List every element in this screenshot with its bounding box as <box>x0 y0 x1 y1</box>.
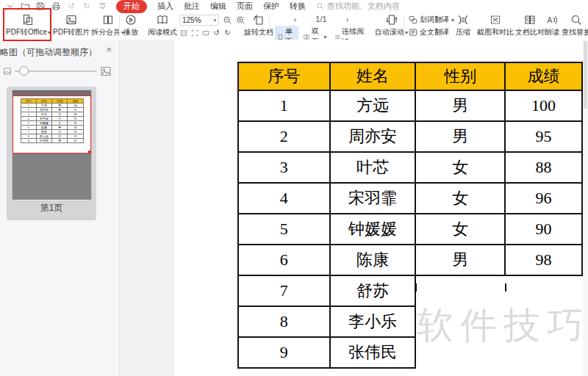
score-table: 序号姓名性别成绩1方远男1002周亦安男953叶芯女884宋羽霏女965钟媛媛女… <box>237 62 583 369</box>
table-cell <box>415 306 505 337</box>
word-translate-button[interactable]: 划词翻译▾ <box>409 15 456 25</box>
table-cell: 男 <box>52 139 68 143</box>
fit-width-icon[interactable] <box>201 29 209 37</box>
page-thumbnail[interactable]: 序号姓名性别成绩1方远男1002周亦安男953叶芯女884宋羽霏女965钟媛媛女… <box>7 87 96 220</box>
quick-access-toolbar: ↺ ↻ <box>4 1 107 11</box>
full-translate-label: 全文翻译 <box>420 27 449 37</box>
menu-tab-3[interactable]: 批注 <box>184 1 200 12</box>
small-image-icon <box>3 67 12 76</box>
thumbnail-table: 序号姓名性别成绩1方远男1002周亦安男953叶芯女884宋羽霏女965钟媛媛女… <box>21 98 84 143</box>
thumbnail-panel: 缩略图（可拖动调整顺序） × 序号姓名性别成绩1方远男1002周亦安男953叶芯… <box>0 40 120 376</box>
rotate-left-icon[interactable]: ↺ <box>212 29 220 37</box>
search-box[interactable]: 查找功能、文档内容 <box>316 1 400 12</box>
compress-icon <box>457 14 469 26</box>
table-cell: 张伟民 <box>330 337 416 368</box>
table-cell: 女 <box>415 152 505 183</box>
table-cell: 98 <box>505 245 582 275</box>
table-cell: 李小乐 <box>330 306 416 337</box>
table-border-stub <box>415 283 417 292</box>
rotate-doc-icon <box>253 14 265 26</box>
menu-tab-7[interactable]: 转换 <box>290 1 306 12</box>
table-cell: 8 <box>238 306 330 337</box>
menu-bar: ↺ ↻ 开始插入批注编辑页面保护转换 查找功能、文档内容 <box>0 0 588 12</box>
toolbar-separator <box>404 16 404 37</box>
doc-compare-icon <box>524 14 536 26</box>
table-cell: 男 <box>415 121 505 152</box>
zoom-out-icon[interactable] <box>223 15 232 25</box>
thumbnail-table-region: 序号姓名性别成绩1方远男1002周亦安男953叶芯女884宋羽霏女965钟媛媛女… <box>12 95 91 153</box>
table-cell: 88 <box>505 152 582 183</box>
read-mode-label: 阅读模式 <box>148 27 177 37</box>
table-row: 1方远男100 <box>238 90 582 121</box>
table-cell: 男 <box>415 90 505 121</box>
table-cell: 2 <box>238 121 330 152</box>
collapse-ribbon-icon[interactable] <box>4 1 15 11</box>
actual-size-icon[interactable] <box>179 29 187 37</box>
table-cell <box>505 337 582 368</box>
read-aloud-button[interactable]: A 朗读 <box>545 14 559 37</box>
close-icon[interactable]: × <box>106 45 112 54</box>
compress-button[interactable]: 压缩 <box>456 14 470 37</box>
table-cell: 100 <box>505 90 582 121</box>
table-row: 5钟媛媛女90 <box>238 214 582 245</box>
save-icon[interactable] <box>35 1 46 11</box>
doc-compare-button[interactable]: 文档比对 <box>515 14 545 37</box>
thumbnail-selection-handle <box>88 151 91 153</box>
table-cell: 9 <box>238 337 330 368</box>
redo-icon[interactable]: ↻ <box>82 1 92 11</box>
auto-scroll-label: 自动滚动 <box>375 27 404 37</box>
dropdown-arrow-icon: ▾ <box>48 29 51 36</box>
table-row: 7舒苏 <box>238 275 582 306</box>
dropdown-arrow-icon: ▾ <box>451 17 454 24</box>
zoom-level-select[interactable]: 125% ▾ <box>179 15 219 26</box>
table-row: 9张伟民 <box>238 337 582 368</box>
pdf-to-image-button[interactable]: PDF转图片 <box>53 14 90 37</box>
pdf-page[interactable]: 软件技巧 序号姓名性别成绩1方远男1002周亦安男953叶芯女884宋羽霏女96… <box>174 40 583 376</box>
open-folder-icon[interactable] <box>20 1 30 11</box>
table-header-cell: 性别 <box>415 62 505 90</box>
play-button[interactable]: 播放 <box>123 14 138 37</box>
menu-tab-1[interactable]: 开始 <box>116 0 147 13</box>
thumbnail-panel-title: 缩略图（可拖动调整顺序） <box>0 46 97 59</box>
word-translate-icon <box>409 15 417 24</box>
table-cell: 4 <box>238 183 330 214</box>
table-row: 6陈康男98 <box>238 245 582 275</box>
svg-text:A: A <box>548 16 553 24</box>
scrollbar-thumb[interactable] <box>584 41 587 109</box>
table-cell: 女 <box>415 183 505 214</box>
table-cell: 张伟民 <box>36 139 51 143</box>
menu-tab-5[interactable]: 页面 <box>237 1 253 12</box>
menu-tab-6[interactable]: 保护 <box>263 1 279 12</box>
table-cell: 7 <box>238 275 330 306</box>
table-header-cell: 姓名 <box>330 62 416 90</box>
fit-page-icon[interactable] <box>190 29 198 37</box>
read-aloud-label: 朗读 <box>545 27 559 37</box>
undo-icon[interactable]: ↺ <box>66 1 76 11</box>
split-merge-label: 拆分合并 <box>91 27 121 37</box>
table-cell: 叶芯 <box>330 152 416 183</box>
prev-page-icon[interactable]: ‹ <box>294 15 297 24</box>
read-mode-button[interactable]: 阅读模式 <box>148 14 177 37</box>
next-page-icon[interactable]: › <box>346 15 349 24</box>
print-icon[interactable] <box>51 1 61 11</box>
play-icon <box>125 14 137 26</box>
find-replace-icon <box>570 14 582 26</box>
pdf-to-office-button[interactable]: PDF转Office▾ <box>6 14 51 37</box>
slider-handle[interactable] <box>19 66 29 76</box>
menu-tab-4[interactable]: 编辑 <box>210 1 226 12</box>
find-replace-button[interactable]: 查找替换 <box>562 14 588 37</box>
customize-toolbar-icon[interactable] <box>97 1 107 11</box>
full-translate-button[interactable]: 全文翻译 <box>409 27 456 37</box>
screenshot-compare-button[interactable]: 截图和对比 <box>477 14 514 37</box>
pdf-convert-icon <box>22 14 34 26</box>
table-cell: 5 <box>238 214 330 245</box>
word-translate-label: 划词翻译 <box>420 15 449 25</box>
screenshot-compare-label: 截图和对比 <box>477 27 514 37</box>
menu-tab-2[interactable]: 插入 <box>157 1 173 12</box>
rotate-right-icon[interactable]: ↻ <box>223 29 232 37</box>
full-translate-icon <box>409 28 417 37</box>
table-cell: 95 <box>505 121 582 152</box>
toolbar-separator <box>269 16 270 37</box>
document-viewport: 软件技巧 序号姓名性别成绩1方远男1002周亦安男953叶芯女884宋羽霏女96… <box>120 40 588 376</box>
book-icon <box>157 14 168 26</box>
